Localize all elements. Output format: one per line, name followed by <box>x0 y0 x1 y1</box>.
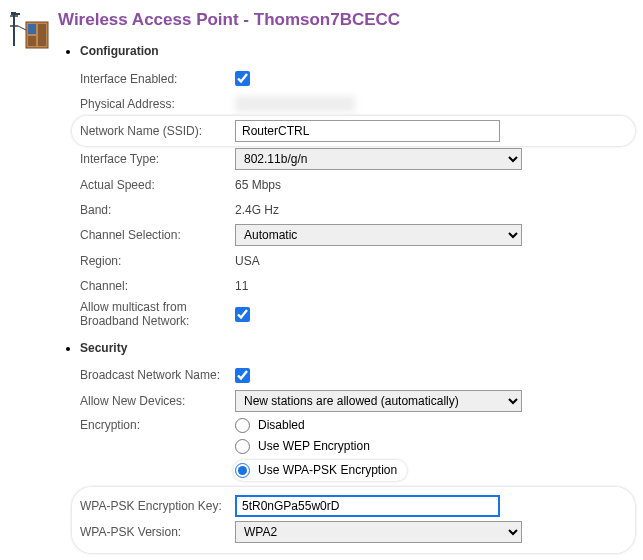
encryption-option-wpa-label: Use WPA-PSK Encryption <box>258 463 397 477</box>
channel-value: 11 <box>235 279 248 293</box>
allow-multicast-label: Allow multicast from Broadband Network: <box>80 300 235 329</box>
wpa-key-input[interactable] <box>235 495 500 517</box>
allow-new-select[interactable]: New stations are allowed (automatically) <box>235 390 522 412</box>
encryption-option-wep[interactable]: Use WEP Encryption <box>235 439 407 454</box>
interface-enabled-label: Interface Enabled: <box>80 72 235 86</box>
region-value: USA <box>235 254 260 268</box>
encryption-option-disabled[interactable]: Disabled <box>235 418 407 433</box>
encryption-option-disabled-label: Disabled <box>258 418 305 432</box>
interface-type-label: Interface Type: <box>80 152 235 166</box>
encryption-option-wep-label: Use WEP Encryption <box>258 439 370 453</box>
ssid-label: Network Name (SSID): <box>80 124 235 138</box>
allow-multicast-checkbox[interactable] <box>235 307 250 322</box>
router-device-icon <box>8 10 50 50</box>
encryption-radio-wep[interactable] <box>235 439 250 454</box>
allow-new-label: Allow New Devices: <box>80 394 235 408</box>
actual-speed-label: Actual Speed: <box>80 178 235 192</box>
actual-speed-value: 65 Mbps <box>235 178 281 192</box>
encryption-radio-wpa[interactable] <box>235 463 250 478</box>
wpa-version-select[interactable]: WPA2 <box>235 521 522 543</box>
page-title: Wireless Access Point - Thomson7BCECC <box>58 10 635 30</box>
interface-enabled-checkbox[interactable] <box>235 71 250 86</box>
band-value: 2.4G Hz <box>235 203 279 217</box>
channel-selection-select[interactable]: Automatic <box>235 224 522 246</box>
wpa-key-label: WPA-PSK Encryption Key: <box>80 499 235 513</box>
section-security: Security <box>80 341 635 355</box>
region-label: Region: <box>80 254 235 268</box>
svg-rect-1 <box>28 24 36 34</box>
physical-address-label: Physical Address: <box>80 97 235 111</box>
ssid-input[interactable] <box>235 120 500 142</box>
encryption-label: Encryption: <box>80 418 235 432</box>
channel-selection-label: Channel Selection: <box>80 228 235 242</box>
band-label: Band: <box>80 203 235 217</box>
svg-rect-2 <box>38 24 46 46</box>
section-configuration: Configuration <box>80 44 635 58</box>
broadcast-checkbox[interactable] <box>235 368 250 383</box>
svg-rect-3 <box>28 36 36 46</box>
svg-rect-9 <box>16 13 20 15</box>
svg-line-7 <box>18 26 26 30</box>
encryption-option-wpa[interactable]: Use WPA-PSK Encryption <box>233 460 407 481</box>
channel-label: Channel: <box>80 279 235 293</box>
encryption-radio-disabled[interactable] <box>235 418 250 433</box>
interface-type-select[interactable]: 802.11b/g/n <box>235 148 522 170</box>
wpa-version-label: WPA-PSK Version: <box>80 525 235 539</box>
physical-address-value <box>235 96 355 112</box>
svg-rect-8 <box>11 12 16 15</box>
broadcast-label: Broadcast Network Name: <box>80 368 235 382</box>
